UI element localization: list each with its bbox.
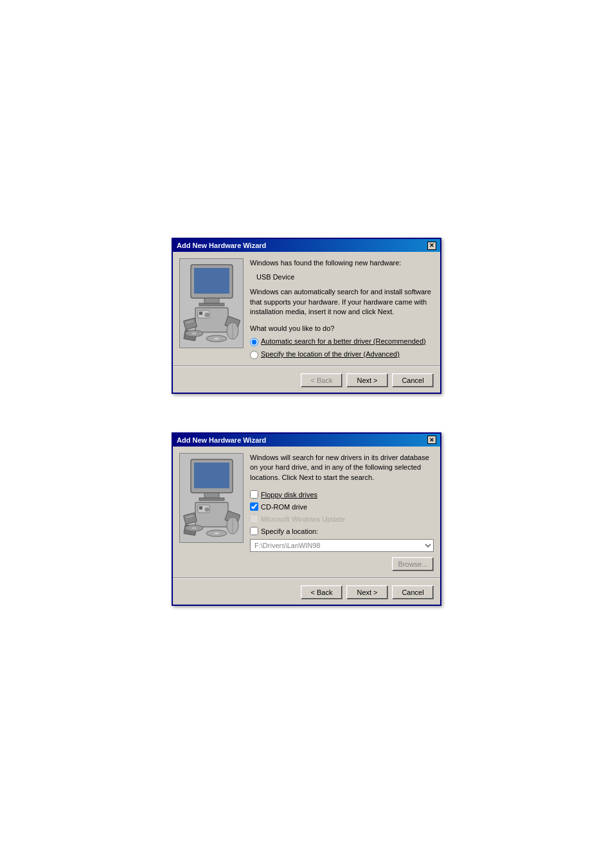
dialog1-next-button[interactable]: Next > [346, 373, 388, 387]
svg-rect-2 [204, 298, 219, 303]
svg-rect-19 [194, 463, 229, 488]
dialog2-description-text: Windows will search for new drivers in i… [250, 453, 434, 483]
dialog2-body: Windows will search for new drivers in i… [173, 447, 440, 578]
dialog1-window: Add New Hardware Wizard ✕ [172, 238, 441, 394]
radio1-option[interactable]: Automatic search for a better driver (Re… [250, 337, 434, 346]
dialog2-back-button[interactable]: < Back [301, 585, 342, 599]
device-name-label: USB Device [256, 273, 434, 281]
checkbox3-option: Microsoft Windows Update [250, 515, 434, 523]
dialog1-title: Add New Hardware Wizard [177, 242, 266, 249]
dialog2-computer-illustration [181, 456, 242, 540]
svg-point-7 [205, 313, 209, 317]
checkbox2-label: CD-ROM drive [261, 503, 307, 511]
radio2-label: Specify the location of the driver (Adva… [261, 350, 400, 358]
checkbox4-input[interactable] [250, 527, 258, 535]
dialog1-separator [173, 366, 440, 367]
svg-point-31 [191, 527, 197, 529]
svg-rect-24 [199, 506, 202, 509]
checkbox4-label: Specify a location: [261, 527, 318, 535]
dialog2-titlebar: Add New Hardware Wizard ✕ [173, 434, 440, 447]
dialog1-footer: < Back Next > Cancel [173, 371, 440, 393]
checkbox2-input[interactable] [250, 502, 258, 511]
radio1-label: Automatic search for a better driver (Re… [261, 337, 426, 345]
wizard-image [179, 258, 244, 348]
checkbox3-label: Microsoft Windows Update [261, 515, 345, 523]
checkbox1-option[interactable]: Floppy disk drives [250, 490, 434, 499]
svg-point-33 [214, 532, 219, 534]
dialog1-titlebar: Add New Hardware Wizard ✕ [173, 239, 440, 252]
question-text: What would you like to do? [250, 324, 434, 333]
browse-row: Browse... [250, 557, 434, 571]
dialog1-content: Windows has found the following new hard… [250, 258, 434, 359]
browse-button: Browse... [392, 557, 434, 571]
description-text: Windows can automatically search for and… [250, 287, 434, 317]
titlebar-buttons: ✕ [427, 242, 436, 250]
svg-rect-1 [194, 268, 229, 294]
dialog2-close-icon[interactable]: ✕ [427, 436, 436, 444]
dialog2-next-button[interactable]: Next > [346, 585, 388, 599]
dialog1-back-button[interactable]: < Back [301, 373, 342, 387]
found-hardware-text: Windows has found the following new hard… [250, 258, 434, 268]
dialog2-separator [173, 578, 440, 579]
dialog2-window: Add New Hardware Wizard ✕ [172, 432, 441, 606]
svg-rect-6 [199, 312, 202, 315]
radio1-input[interactable] [250, 338, 258, 346]
svg-point-15 [214, 338, 219, 340]
location-dropdown[interactable]: F:\Drivers\LanWIN98 [250, 539, 434, 552]
dialog2-titlebar-buttons: ✕ [427, 436, 436, 444]
svg-rect-21 [199, 498, 224, 500]
dialog1-cancel-button[interactable]: Cancel [392, 373, 434, 387]
close-icon[interactable]: ✕ [427, 242, 436, 250]
svg-rect-20 [204, 493, 219, 498]
checkbox1-label: Floppy disk drives [261, 491, 317, 499]
dialog1-body: Windows has found the following new hard… [173, 252, 440, 366]
radio2-option[interactable]: Specify the location of the driver (Adva… [250, 350, 434, 359]
svg-point-13 [191, 333, 197, 335]
dialog2-content: Windows will search for new drivers in i… [250, 453, 434, 571]
svg-rect-3 [199, 303, 224, 306]
location-row: F:\Drivers\LanWIN98 [250, 539, 434, 552]
dialog2-title: Add New Hardware Wizard [177, 436, 266, 444]
dialog2-wizard-image [179, 453, 244, 543]
svg-point-25 [205, 508, 209, 511]
dialog2-cancel-button[interactable]: Cancel [392, 585, 434, 599]
dialog2-footer: < Back Next > Cancel [173, 583, 440, 605]
computer-illustration [181, 261, 242, 345]
checkbox2-option[interactable]: CD-ROM drive [250, 502, 434, 511]
radio2-input[interactable] [250, 351, 258, 359]
checkbox3-input [250, 515, 258, 523]
page-container: Add New Hardware Wizard ✕ [0, 0, 613, 868]
checkbox4-option[interactable]: Specify a location: [250, 527, 434, 535]
checkbox1-input[interactable] [250, 490, 258, 499]
